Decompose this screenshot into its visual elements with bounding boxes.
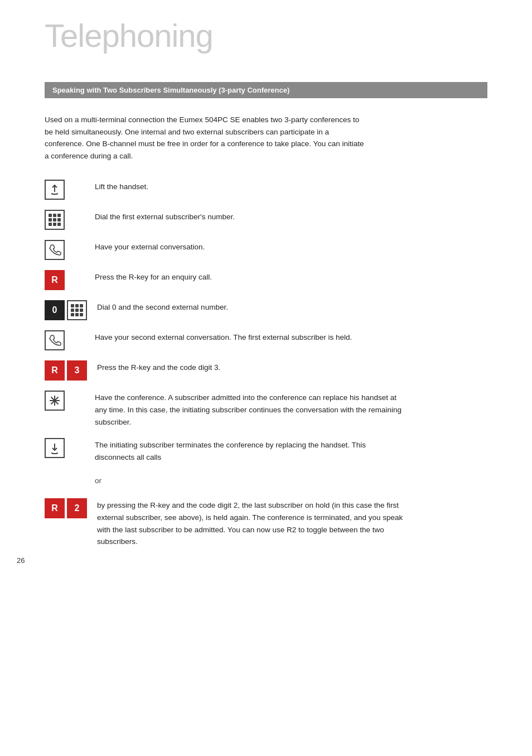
- step-4: R Press the R-key for an enquiry call.: [45, 270, 487, 290]
- step-9-text: The initiating subscriber terminates the…: [95, 438, 407, 463]
- step-4-icons: R: [45, 270, 85, 290]
- handset-down-icon: [45, 438, 65, 458]
- step-3-icons: [45, 240, 85, 260]
- step-7-text: Press the R-key and the code digit 3.: [97, 360, 220, 374]
- or-text: or: [45, 476, 487, 485]
- step-6: Have your second external conversation. …: [45, 330, 487, 350]
- zero-key-icon: 0: [45, 300, 65, 320]
- page-number: 26: [17, 556, 25, 565]
- step-1-icons: [45, 180, 85, 200]
- phone-conv-icon-2: [45, 330, 65, 350]
- step-11-text: by pressing the R-key and the code digit…: [97, 498, 409, 547]
- step-7-icons: R 3: [45, 360, 87, 381]
- page: Telephoning Speaking with Two Subscriber…: [0, 0, 532, 581]
- step-5-text: Dial 0 and the second external number.: [97, 300, 228, 314]
- step-11-icons: R 2: [45, 498, 87, 518]
- step-3: Have your external conversation.: [45, 240, 487, 260]
- step-9: The initiating subscriber terminates the…: [45, 438, 487, 463]
- step-9-icons: [45, 438, 85, 458]
- keypad-icon-2: [67, 300, 87, 320]
- step-3-text: Have your external conversation.: [95, 240, 205, 253]
- step-1-text: Lift the handset.: [95, 180, 148, 193]
- step-2-text: Dial the first external subscriber's num…: [95, 210, 235, 223]
- step-7: R 3 Press the R-key and the code digit 3…: [45, 360, 487, 381]
- step-5: 0 Dial 0 and the second external number.: [45, 300, 487, 320]
- step-2-icons: [45, 210, 85, 230]
- step-6-text: Have your second external conversation. …: [95, 330, 352, 344]
- page-title: Telephoning: [45, 17, 487, 54]
- step-6-icons: [45, 330, 85, 350]
- step-4-text: Press the R-key for an enquiry call.: [95, 270, 212, 283]
- step-11: R 2 by pressing the R-key and the code d…: [45, 498, 487, 547]
- step-8-icons: [45, 391, 85, 411]
- step-2: Dial the first external subscriber's num…: [45, 210, 487, 230]
- keypad-icon-1: [45, 210, 65, 230]
- step-1: Lift the handset.: [45, 180, 487, 200]
- r-key-icon-3: R: [45, 498, 65, 518]
- r-key-icon-1: R: [45, 270, 65, 290]
- phone-conv-icon-1: [45, 240, 65, 260]
- handset-up-icon: [45, 180, 65, 200]
- step-8: Have the conference. A subscriber admitt…: [45, 391, 487, 428]
- step-8-text: Have the conference. A subscriber admitt…: [95, 391, 407, 428]
- three-key-icon: 3: [67, 360, 87, 381]
- r-key-icon-2: R: [45, 360, 65, 381]
- conference-icon: [45, 391, 65, 411]
- section-header: Speaking with Two Subscribers Simultaneo…: [45, 82, 487, 98]
- two-key-icon: 2: [67, 498, 87, 518]
- steps-list: Lift the handset. Dial the first externa…: [45, 180, 487, 547]
- description: Used on a multi-terminal connection the …: [45, 114, 368, 162]
- step-5-icons: 0: [45, 300, 87, 320]
